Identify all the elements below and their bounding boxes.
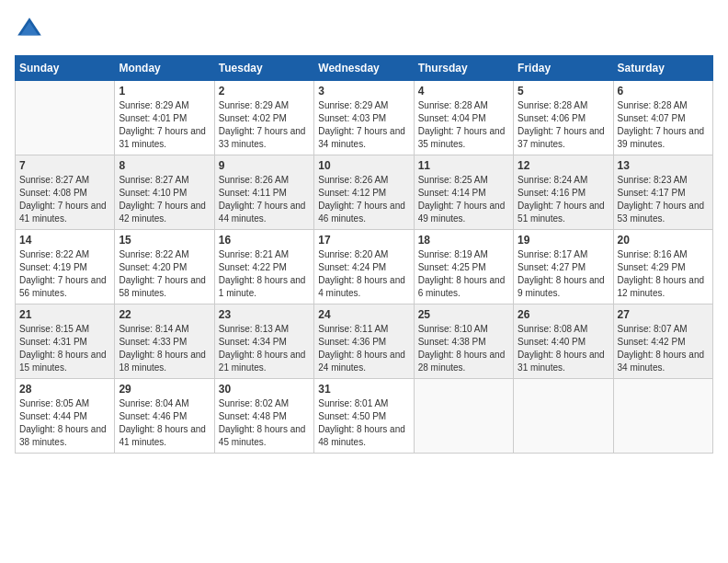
day-info: Sunrise: 8:15 AMSunset: 4:31 PMDaylight:… — [19, 323, 110, 374]
day-info: Sunrise: 8:08 AMSunset: 4:40 PMDaylight:… — [518, 323, 609, 374]
day-info: Sunrise: 8:24 AMSunset: 4:16 PMDaylight:… — [518, 174, 609, 225]
calendar-cell: 14Sunrise: 8:22 AMSunset: 4:19 PMDayligh… — [16, 230, 115, 304]
calendar-cell: 2Sunrise: 8:29 AMSunset: 4:02 PMDaylight… — [214, 81, 313, 155]
day-info: Sunrise: 8:22 AMSunset: 4:19 PMDaylight:… — [19, 248, 110, 300]
calendar-cell: 19Sunrise: 8:17 AMSunset: 4:27 PMDayligh… — [514, 230, 613, 304]
calendar-cell: 3Sunrise: 8:29 AMSunset: 4:03 PMDaylight… — [314, 81, 414, 155]
day-number: 13 — [618, 159, 709, 172]
calendar-cell: 22Sunrise: 8:14 AMSunset: 4:33 PMDayligh… — [115, 304, 214, 379]
day-info: Sunrise: 8:02 AMSunset: 4:48 PMDaylight:… — [219, 397, 310, 449]
day-number: 28 — [19, 383, 110, 396]
calendar-cell: 20Sunrise: 8:16 AMSunset: 4:29 PMDayligh… — [613, 230, 712, 304]
day-number: 19 — [518, 234, 609, 247]
day-number: 10 — [318, 159, 409, 172]
day-number: 26 — [518, 308, 609, 321]
day-number: 20 — [618, 234, 709, 247]
calendar-cell: 27Sunrise: 8:07 AMSunset: 4:42 PMDayligh… — [613, 304, 712, 379]
day-of-week-header: Sunday — [16, 56, 115, 81]
day-info: Sunrise: 8:19 AMSunset: 4:25 PMDaylight:… — [418, 248, 509, 300]
calendar-cell: 28Sunrise: 8:05 AMSunset: 4:44 PMDayligh… — [16, 379, 115, 454]
day-info: Sunrise: 8:27 AMSunset: 4:10 PMDaylight:… — [119, 174, 210, 225]
day-number: 8 — [119, 159, 210, 172]
day-of-week-header: Friday — [514, 56, 613, 81]
day-info: Sunrise: 8:29 AMSunset: 4:03 PMDaylight:… — [318, 99, 409, 151]
calendar-cell — [613, 379, 712, 454]
day-info: Sunrise: 8:17 AMSunset: 4:27 PMDaylight:… — [518, 248, 609, 300]
calendar-cell: 13Sunrise: 8:23 AMSunset: 4:17 PMDayligh… — [613, 155, 712, 230]
calendar-table: SundayMondayTuesdayWednesdayThursdayFrid… — [15, 55, 713, 454]
day-number: 7 — [19, 159, 110, 172]
day-number: 2 — [219, 85, 310, 98]
day-number: 21 — [19, 308, 110, 321]
day-of-week-header: Monday — [115, 56, 214, 81]
calendar-cell: 18Sunrise: 8:19 AMSunset: 4:25 PMDayligh… — [414, 230, 513, 304]
day-info: Sunrise: 8:25 AMSunset: 4:14 PMDaylight:… — [418, 174, 509, 225]
calendar-cell: 15Sunrise: 8:22 AMSunset: 4:20 PMDayligh… — [115, 230, 214, 304]
calendar-cell: 17Sunrise: 8:20 AMSunset: 4:24 PMDayligh… — [314, 230, 414, 304]
day-info: Sunrise: 8:28 AMSunset: 4:07 PMDaylight:… — [618, 99, 709, 151]
calendar-cell: 4Sunrise: 8:28 AMSunset: 4:04 PMDaylight… — [414, 81, 513, 155]
day-info: Sunrise: 8:14 AMSunset: 4:33 PMDaylight:… — [119, 323, 210, 374]
calendar-cell — [514, 379, 613, 454]
calendar-cell: 6Sunrise: 8:28 AMSunset: 4:07 PMDaylight… — [613, 81, 712, 155]
calendar-cell: 23Sunrise: 8:13 AMSunset: 4:34 PMDayligh… — [214, 304, 313, 379]
calendar-cell: 26Sunrise: 8:08 AMSunset: 4:40 PMDayligh… — [514, 304, 613, 379]
day-info: Sunrise: 8:22 AMSunset: 4:20 PMDaylight:… — [119, 248, 210, 300]
calendar-cell: 9Sunrise: 8:26 AMSunset: 4:11 PMDaylight… — [214, 155, 313, 230]
day-number: 23 — [219, 308, 310, 321]
calendar-cell: 1Sunrise: 8:29 AMSunset: 4:01 PMDaylight… — [115, 81, 214, 155]
day-of-week-header: Thursday — [414, 56, 513, 81]
calendar-week-row: 7Sunrise: 8:27 AMSunset: 4:08 PMDaylight… — [16, 155, 713, 230]
day-info: Sunrise: 8:01 AMSunset: 4:50 PMDaylight:… — [318, 397, 409, 449]
logo — [15, 15, 48, 44]
day-number: 29 — [119, 383, 210, 396]
day-info: Sunrise: 8:16 AMSunset: 4:29 PMDaylight:… — [618, 248, 709, 300]
day-info: Sunrise: 8:10 AMSunset: 4:38 PMDaylight:… — [418, 323, 509, 374]
day-number: 27 — [618, 308, 709, 321]
calendar-week-row: 14Sunrise: 8:22 AMSunset: 4:19 PMDayligh… — [16, 230, 713, 304]
day-number: 14 — [19, 234, 110, 247]
day-number: 16 — [219, 234, 310, 247]
calendar-cell: 16Sunrise: 8:21 AMSunset: 4:22 PMDayligh… — [214, 230, 313, 304]
day-number: 31 — [318, 383, 409, 396]
day-info: Sunrise: 8:21 AMSunset: 4:22 PMDaylight:… — [219, 248, 310, 300]
day-number: 24 — [318, 308, 409, 321]
day-number: 9 — [219, 159, 310, 172]
day-number: 12 — [518, 159, 609, 172]
calendar-cell — [414, 379, 513, 454]
logo-icon — [15, 15, 44, 44]
day-info: Sunrise: 8:27 AMSunset: 4:08 PMDaylight:… — [19, 174, 110, 225]
day-info: Sunrise: 8:20 AMSunset: 4:24 PMDaylight:… — [318, 248, 409, 300]
day-info: Sunrise: 8:07 AMSunset: 4:42 PMDaylight:… — [618, 323, 709, 374]
calendar-cell: 31Sunrise: 8:01 AMSunset: 4:50 PMDayligh… — [314, 379, 414, 454]
page-header — [15, 15, 713, 44]
day-info: Sunrise: 8:29 AMSunset: 4:02 PMDaylight:… — [219, 99, 310, 151]
calendar-cell: 8Sunrise: 8:27 AMSunset: 4:10 PMDaylight… — [115, 155, 214, 230]
day-number: 17 — [318, 234, 409, 247]
calendar-cell: 7Sunrise: 8:27 AMSunset: 4:08 PMDaylight… — [16, 155, 115, 230]
calendar-cell: 10Sunrise: 8:26 AMSunset: 4:12 PMDayligh… — [314, 155, 414, 230]
day-number: 30 — [219, 383, 310, 396]
day-info: Sunrise: 8:13 AMSunset: 4:34 PMDaylight:… — [219, 323, 310, 374]
day-info: Sunrise: 8:26 AMSunset: 4:12 PMDaylight:… — [318, 174, 409, 225]
day-number: 11 — [418, 159, 509, 172]
calendar-cell — [16, 81, 115, 155]
day-number: 15 — [119, 234, 210, 247]
day-info: Sunrise: 8:28 AMSunset: 4:04 PMDaylight:… — [418, 99, 509, 151]
calendar-week-row: 21Sunrise: 8:15 AMSunset: 4:31 PMDayligh… — [16, 304, 713, 379]
calendar-week-row: 1Sunrise: 8:29 AMSunset: 4:01 PMDaylight… — [16, 81, 713, 155]
calendar-week-row: 28Sunrise: 8:05 AMSunset: 4:44 PMDayligh… — [16, 379, 713, 454]
day-info: Sunrise: 8:26 AMSunset: 4:11 PMDaylight:… — [219, 174, 310, 225]
day-number: 4 — [418, 85, 509, 98]
day-number: 22 — [119, 308, 210, 321]
calendar-cell: 25Sunrise: 8:10 AMSunset: 4:38 PMDayligh… — [414, 304, 513, 379]
day-info: Sunrise: 8:04 AMSunset: 4:46 PMDaylight:… — [119, 397, 210, 449]
day-number: 25 — [418, 308, 509, 321]
day-number: 1 — [119, 85, 210, 98]
calendar-cell: 29Sunrise: 8:04 AMSunset: 4:46 PMDayligh… — [115, 379, 214, 454]
calendar-cell: 11Sunrise: 8:25 AMSunset: 4:14 PMDayligh… — [414, 155, 513, 230]
day-info: Sunrise: 8:23 AMSunset: 4:17 PMDaylight:… — [618, 174, 709, 225]
day-number: 6 — [618, 85, 709, 98]
day-of-week-header: Wednesday — [314, 56, 414, 81]
day-info: Sunrise: 8:29 AMSunset: 4:01 PMDaylight:… — [119, 99, 210, 151]
